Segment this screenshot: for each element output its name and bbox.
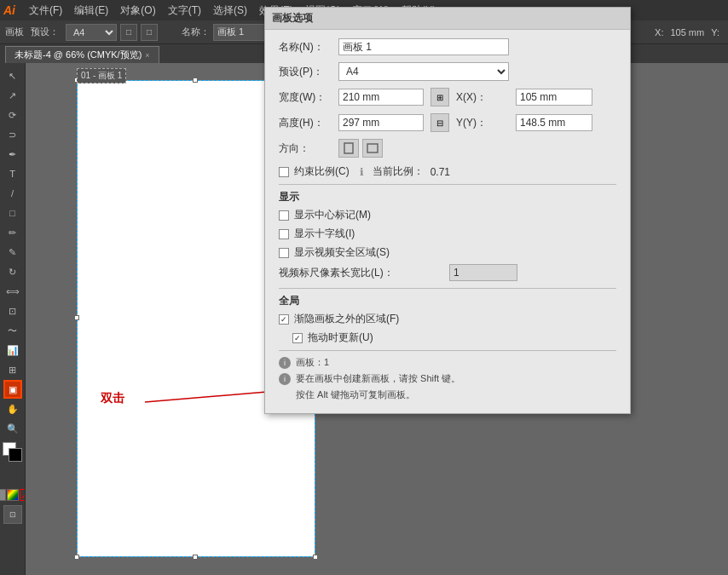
show-cross-label: 显示十字线(I) [294, 227, 355, 241]
menu-type[interactable]: 文字(T) [163, 2, 206, 20]
update-drag-checkbox[interactable] [292, 333, 303, 343]
dialog-height-y-row: 高度(H)： ⊟ Y(Y)： [279, 113, 616, 132]
column-chart-tool[interactable]: 📊 [3, 341, 22, 359]
constraint-label: 约束比例(C) [294, 164, 350, 179]
info-row-1: i 画板：1 [279, 356, 616, 369]
constraint-checkbox[interactable] [279, 167, 289, 177]
artboard-options-dialog: 画板选项 名称(N)： 预设(P)： A4 宽度(W)： ⊞ X(X)： 高度(… [264, 7, 631, 414]
type-tool[interactable]: T [3, 164, 22, 183]
canvas-view-btn[interactable]: ⊡ [3, 505, 22, 524]
menu-select[interactable]: 选择(S) [208, 2, 252, 20]
info-icon-2: i [279, 373, 291, 385]
tools-panel: ↖ ↗ ⟳ ⊃ ✒ T / □ ✏ ✎ ↻ ⟺ ⊡ 〜 📊 ⊞ ▣ ✋ 🔍 ⊡ [0, 63, 26, 575]
artboard-tool[interactable]: ▣ [3, 380, 22, 399]
dialog-preset-label: 预设(P)： [279, 65, 338, 79]
info-row-2: i 要在画板中创建新画板，请按 Shift 键。 [279, 372, 616, 385]
x-coord-value: 105 mm [670, 27, 704, 37]
show-video-label: 显示视频安全区域(S) [294, 245, 390, 260]
dialog-preset-select[interactable]: A4 [338, 62, 509, 81]
dialog-y-label: Y(Y)： [456, 116, 516, 130]
direct-selection-tool[interactable]: ↗ [3, 86, 22, 105]
current-ratio-label: 当前比例： [373, 164, 424, 179]
zoom-tool[interactable]: 🔍 [3, 419, 22, 438]
rotate-tool[interactable]: ↻ [3, 262, 22, 281]
name-label: 名称： [182, 26, 210, 38]
dialog-x-label: X(X)： [456, 90, 516, 105]
paintbrush-tool[interactable]: ✏ [3, 223, 22, 242]
handle-ml[interactable] [74, 315, 79, 320]
preset-label: 预设： [31, 26, 59, 38]
dialog-preset-row: 预设(P)： A4 [279, 62, 616, 81]
mirror-tool[interactable]: ⟺ [3, 282, 22, 301]
global-section-title: 全局 [279, 294, 616, 308]
rect-tool[interactable]: □ [3, 204, 22, 222]
dialog-orient-label: 方向： [279, 141, 338, 156]
info-icon-constraint: ℹ [360, 166, 364, 178]
document-tab[interactable]: 未标题-4 @ 66% (CMYK/预览) × [5, 46, 159, 63]
preset-select[interactable]: A4 [66, 24, 117, 41]
dialog-orient-row: 方向： [279, 139, 616, 158]
portrait-btn[interactable] [338, 139, 359, 158]
video-ratio-row: 视频标尺像素长宽比(L)： [279, 264, 616, 281]
video-ratio-label: 视频标尺像素长宽比(L)： [279, 266, 449, 280]
dialog-title-bar[interactable]: 画板选项 [265, 8, 630, 30]
svg-rect-3 [367, 144, 378, 152]
fade-outside-checkbox[interactable] [279, 314, 289, 325]
dialog-divider-1 [279, 184, 616, 185]
update-drag-row: 拖动时更新(U) [292, 331, 616, 345]
menu-edit[interactable]: 编辑(E) [69, 2, 113, 20]
show-center-row: 显示中心标记(M) [279, 208, 616, 222]
handle-bl[interactable] [74, 555, 79, 560]
scale-tool[interactable]: ⊡ [3, 302, 22, 320]
lasso-tool[interactable]: ⊃ [3, 125, 22, 144]
svg-rect-2 [344, 143, 353, 153]
pencil-tool[interactable]: ✎ [3, 243, 22, 262]
hand-tool[interactable]: ✋ [3, 400, 22, 418]
info-row-3: 按住 Alt 键拖动可复制画板。 [279, 388, 616, 401]
pen-tool[interactable]: ✒ [3, 145, 22, 164]
dialog-width-input[interactable] [338, 89, 424, 106]
handle-bm[interactable] [193, 555, 198, 560]
panel-label: 画板 [5, 26, 24, 38]
link-dimensions-btn[interactable]: ⊞ [430, 88, 449, 106]
link-dimensions-btn2[interactable]: ⊟ [430, 113, 449, 132]
toolbar-icon-btn-1[interactable]: □ [120, 24, 137, 41]
info-text-3: 按住 Alt 键拖动可复制画板。 [296, 388, 415, 401]
handle-br[interactable] [313, 555, 318, 560]
landscape-btn[interactable] [362, 139, 383, 158]
current-ratio-value: 0.71 [430, 166, 450, 178]
double-click-annotation: 双击 [101, 391, 124, 406]
dialog-divider-2 [279, 288, 616, 289]
handle-tm[interactable] [193, 78, 198, 83]
no-color-swatch[interactable] [20, 489, 26, 501]
show-center-checkbox[interactable] [279, 210, 289, 221]
menu-object[interactable]: 对象(O) [115, 2, 160, 20]
fade-outside-label: 渐隐画板之外的区域(F) [294, 312, 399, 326]
dialog-title-text: 画板选项 [272, 11, 313, 26]
fade-outside-row: 渐隐画板之外的区域(F) [279, 312, 616, 326]
info-text-2: 要在画板中创建新画板，请按 Shift 键。 [296, 372, 460, 385]
slice-tool[interactable]: ⊞ [3, 360, 22, 379]
gradient-swatch[interactable] [7, 489, 19, 501]
line-tool[interactable]: / [3, 184, 22, 203]
color-swatch-group[interactable] [3, 442, 23, 463]
magic-wand-tool[interactable]: ⟳ [3, 106, 22, 124]
menu-file[interactable]: 文件(F) [24, 2, 67, 20]
video-ratio-input[interactable] [449, 264, 517, 281]
dialog-name-input[interactable] [338, 38, 509, 55]
tab-label: 未标题-4 @ 66% (CMYK/预览) [14, 49, 142, 61]
show-cross-checkbox[interactable] [279, 229, 289, 239]
info-icon-1: i [279, 357, 291, 369]
show-video-row: 显示视频安全区域(S) [279, 245, 616, 260]
dialog-height-input[interactable] [338, 114, 424, 131]
none-swatch[interactable] [0, 489, 6, 501]
dialog-y-input[interactable] [516, 114, 592, 131]
tab-close-btn[interactable]: × [145, 51, 149, 60]
toolbar-icon-btn-2[interactable]: □ [141, 24, 158, 41]
dialog-name-label: 名称(N)： [279, 40, 338, 55]
dialog-x-input[interactable] [516, 89, 592, 106]
warp-tool[interactable]: 〜 [3, 321, 22, 340]
selection-tool[interactable]: ↖ [3, 66, 22, 85]
app-logo: Ai [3, 3, 15, 17]
show-video-checkbox[interactable] [279, 248, 289, 258]
